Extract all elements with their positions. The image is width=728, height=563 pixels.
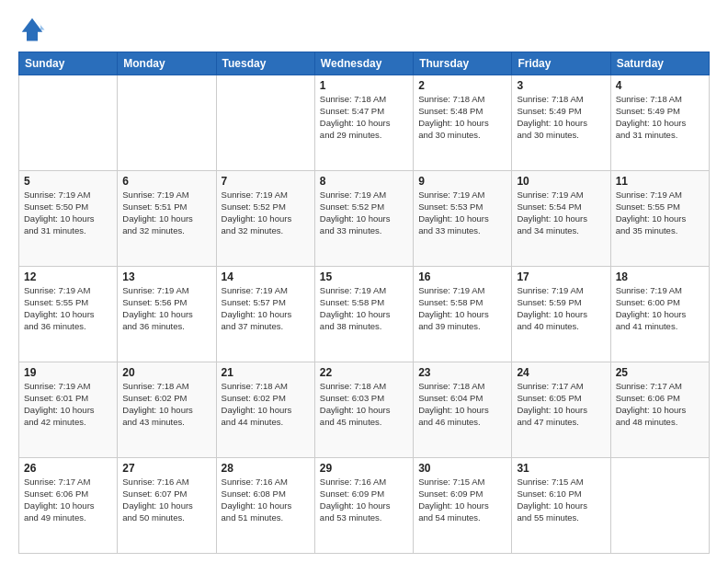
calendar-cell: 4Sunrise: 7:18 AMSunset: 5:49 PMDaylight… [610, 75, 709, 171]
calendar-cell: 8Sunrise: 7:19 AMSunset: 5:52 PMDaylight… [314, 171, 413, 267]
day-number: 2 [418, 78, 506, 93]
calendar-cell: 27Sunrise: 7:16 AMSunset: 6:07 PMDayligh… [118, 458, 216, 554]
day-number: 20 [122, 365, 210, 380]
day-number: 1 [320, 78, 408, 93]
day-number: 16 [418, 270, 506, 284]
day-of-week-header: Friday [512, 52, 610, 75]
calendar-cell: 7Sunrise: 7:19 AMSunset: 5:52 PMDaylight… [216, 171, 314, 267]
day-number: 30 [418, 461, 506, 476]
day-number: 11 [616, 174, 704, 189]
calendar-week-row: 12Sunrise: 7:19 AMSunset: 5:55 PMDayligh… [19, 267, 710, 362]
day-info: Sunrise: 7:19 AMSunset: 5:59 PMDaylight:… [517, 285, 605, 332]
calendar-week-row: 5Sunrise: 7:19 AMSunset: 5:50 PMDaylight… [19, 171, 710, 267]
day-number: 4 [616, 78, 704, 93]
day-number: 23 [418, 365, 506, 380]
calendar-cell: 19Sunrise: 7:19 AMSunset: 6:01 PMDayligh… [19, 362, 118, 458]
day-of-week-header: Tuesday [216, 52, 314, 75]
header [18, 15, 710, 42]
day-info: Sunrise: 7:19 AMSunset: 5:55 PMDaylight:… [616, 190, 704, 236]
calendar-cell: 6Sunrise: 7:19 AMSunset: 5:51 PMDaylight… [118, 171, 216, 267]
calendar-cell: 12Sunrise: 7:19 AMSunset: 5:55 PMDayligh… [19, 267, 118, 362]
day-number: 13 [122, 270, 210, 284]
day-of-week-header: Saturday [610, 52, 709, 75]
day-number: 31 [517, 461, 605, 476]
day-info: Sunrise: 7:16 AMSunset: 6:09 PMDaylight:… [320, 477, 408, 523]
calendar-cell: 2Sunrise: 7:18 AMSunset: 5:48 PMDaylight… [414, 75, 512, 171]
day-info: Sunrise: 7:16 AMSunset: 6:08 PMDaylight:… [222, 477, 310, 523]
day-info: Sunrise: 7:16 AMSunset: 6:07 PMDaylight:… [122, 477, 210, 523]
day-info: Sunrise: 7:18 AMSunset: 5:48 PMDaylight:… [418, 94, 506, 141]
day-number: 19 [24, 365, 112, 380]
day-number: 25 [616, 365, 704, 380]
day-info: Sunrise: 7:17 AMSunset: 6:06 PMDaylight:… [616, 381, 704, 428]
day-info: Sunrise: 7:18 AMSunset: 5:49 PMDaylight:… [616, 94, 704, 141]
calendar-week-row: 1Sunrise: 7:18 AMSunset: 5:47 PMDaylight… [19, 75, 710, 171]
calendar-week-row: 26Sunrise: 7:17 AMSunset: 6:06 PMDayligh… [19, 458, 710, 554]
calendar-cell: 18Sunrise: 7:19 AMSunset: 6:00 PMDayligh… [610, 267, 709, 362]
day-info: Sunrise: 7:18 AMSunset: 5:49 PMDaylight:… [517, 94, 605, 141]
calendar-cell: 31Sunrise: 7:15 AMSunset: 6:10 PMDayligh… [512, 458, 610, 554]
day-number: 18 [616, 270, 704, 284]
day-info: Sunrise: 7:19 AMSunset: 5:57 PMDaylight:… [222, 285, 310, 332]
calendar-cell: 15Sunrise: 7:19 AMSunset: 5:58 PMDayligh… [314, 267, 413, 362]
day-number: 22 [320, 365, 408, 380]
day-number: 24 [517, 365, 605, 380]
day-of-week-header: Monday [118, 52, 216, 75]
calendar-cell: 3Sunrise: 7:18 AMSunset: 5:49 PMDaylight… [512, 75, 610, 171]
day-info: Sunrise: 7:18 AMSunset: 6:02 PMDaylight:… [222, 381, 310, 428]
calendar-cell [19, 75, 118, 171]
day-number: 3 [517, 78, 605, 93]
day-number: 29 [320, 461, 408, 476]
day-number: 7 [222, 174, 310, 189]
calendar-cell: 22Sunrise: 7:18 AMSunset: 6:03 PMDayligh… [314, 362, 413, 458]
calendar-week-row: 19Sunrise: 7:19 AMSunset: 6:01 PMDayligh… [19, 362, 710, 458]
day-number: 15 [320, 270, 408, 284]
day-info: Sunrise: 7:17 AMSunset: 6:05 PMDaylight:… [517, 381, 605, 428]
day-number: 10 [517, 174, 605, 189]
calendar-cell [610, 458, 709, 554]
calendar-cell: 9Sunrise: 7:19 AMSunset: 5:53 PMDaylight… [414, 171, 512, 267]
day-number: 12 [24, 270, 112, 284]
day-of-week-header: Wednesday [314, 52, 413, 75]
day-info: Sunrise: 7:19 AMSunset: 5:58 PMDaylight:… [320, 285, 408, 332]
day-number: 8 [320, 174, 408, 189]
day-number: 9 [418, 174, 506, 189]
day-info: Sunrise: 7:15 AMSunset: 6:09 PMDaylight:… [418, 477, 506, 523]
day-info: Sunrise: 7:19 AMSunset: 5:54 PMDaylight:… [517, 190, 605, 236]
calendar-cell: 26Sunrise: 7:17 AMSunset: 6:06 PMDayligh… [19, 458, 118, 554]
calendar-cell: 21Sunrise: 7:18 AMSunset: 6:02 PMDayligh… [216, 362, 314, 458]
day-info: Sunrise: 7:19 AMSunset: 5:53 PMDaylight:… [418, 190, 506, 236]
day-info: Sunrise: 7:17 AMSunset: 6:06 PMDaylight:… [24, 477, 112, 523]
calendar-cell: 17Sunrise: 7:19 AMSunset: 5:59 PMDayligh… [512, 267, 610, 362]
day-info: Sunrise: 7:19 AMSunset: 5:55 PMDaylight:… [24, 285, 112, 332]
calendar-cell: 11Sunrise: 7:19 AMSunset: 5:55 PMDayligh… [610, 171, 709, 267]
page: SundayMondayTuesdayWednesdayThursdayFrid… [0, 0, 728, 563]
calendar-cell: 28Sunrise: 7:16 AMSunset: 6:08 PMDayligh… [216, 458, 314, 554]
day-info: Sunrise: 7:19 AMSunset: 6:01 PMDaylight:… [24, 381, 112, 428]
calendar-cell: 29Sunrise: 7:16 AMSunset: 6:09 PMDayligh… [314, 458, 413, 554]
day-number: 17 [517, 270, 605, 284]
logo [18, 15, 50, 42]
calendar-cell: 1Sunrise: 7:18 AMSunset: 5:47 PMDaylight… [314, 75, 413, 171]
calendar: SundayMondayTuesdayWednesdayThursdayFrid… [18, 52, 710, 554]
day-number: 6 [122, 174, 210, 189]
svg-marker-0 [22, 18, 43, 41]
calendar-header-row: SundayMondayTuesdayWednesdayThursdayFrid… [19, 52, 710, 75]
calendar-cell: 16Sunrise: 7:19 AMSunset: 5:58 PMDayligh… [414, 267, 512, 362]
day-number: 14 [222, 270, 310, 284]
day-info: Sunrise: 7:18 AMSunset: 6:03 PMDaylight:… [320, 381, 408, 428]
calendar-cell: 20Sunrise: 7:18 AMSunset: 6:02 PMDayligh… [118, 362, 216, 458]
day-info: Sunrise: 7:19 AMSunset: 5:52 PMDaylight:… [222, 190, 310, 236]
day-number: 26 [24, 461, 112, 476]
calendar-cell: 5Sunrise: 7:19 AMSunset: 5:50 PMDaylight… [19, 171, 118, 267]
day-info: Sunrise: 7:15 AMSunset: 6:10 PMDaylight:… [517, 477, 605, 523]
day-info: Sunrise: 7:18 AMSunset: 6:04 PMDaylight:… [418, 381, 506, 428]
day-of-week-header: Thursday [414, 52, 512, 75]
day-number: 27 [122, 461, 210, 476]
day-of-week-header: Sunday [19, 52, 118, 75]
calendar-cell: 10Sunrise: 7:19 AMSunset: 5:54 PMDayligh… [512, 171, 610, 267]
day-info: Sunrise: 7:19 AMSunset: 5:51 PMDaylight:… [122, 190, 210, 236]
logo-icon [18, 15, 46, 42]
day-number: 28 [222, 461, 310, 476]
day-number: 21 [222, 365, 310, 380]
